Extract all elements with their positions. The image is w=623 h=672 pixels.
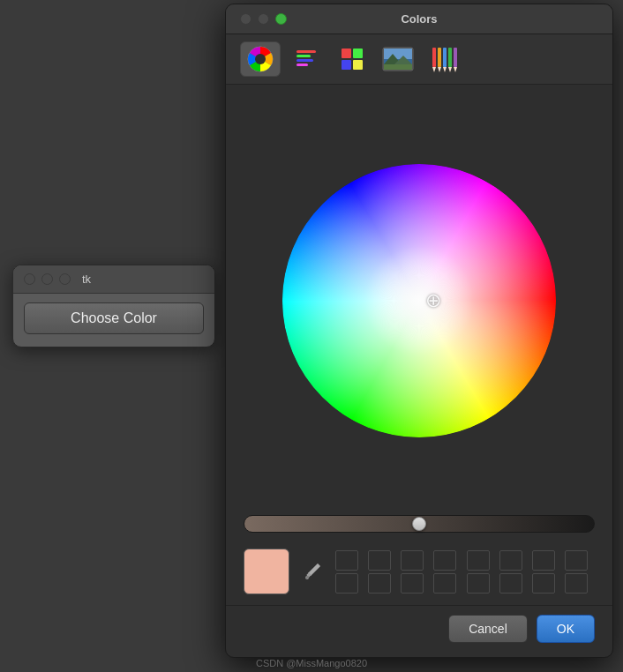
svg-marker-23	[448, 67, 452, 72]
svg-marker-17	[432, 67, 436, 72]
color-cell[interactable]	[401, 550, 424, 571]
color-cell[interactable]	[433, 573, 456, 594]
palette-icon	[339, 46, 365, 72]
svg-rect-15	[384, 64, 412, 70]
color-cell[interactable]	[532, 550, 555, 571]
svg-marker-19	[438, 67, 441, 72]
svg-rect-16	[432, 48, 436, 67]
colors-maximize-button[interactable]	[275, 13, 287, 25]
toolbar-palettes[interactable]	[332, 41, 372, 77]
color-cell[interactable]	[335, 550, 358, 571]
svg-rect-2	[296, 50, 316, 53]
svg-point-1	[255, 54, 266, 64]
color-wheel-icon	[246, 45, 274, 73]
close-button[interactable]	[24, 273, 35, 285]
maximize-button[interactable]	[59, 273, 71, 285]
tk-window: tk Choose Color	[12, 265, 215, 347]
svg-rect-4	[296, 59, 313, 62]
svg-rect-5	[296, 63, 308, 66]
watermark: CSDN @MissMango0820	[256, 658, 367, 668]
color-cell[interactable]	[335, 573, 358, 594]
cancel-button[interactable]: Cancel	[448, 615, 528, 643]
color-swatch[interactable]	[244, 549, 289, 594]
color-cell[interactable]	[368, 550, 391, 571]
svg-rect-7	[353, 49, 363, 58]
toolbar-sliders[interactable]	[286, 41, 327, 77]
tk-window-title: tk	[82, 273, 91, 286]
color-grid	[335, 550, 595, 594]
color-cell[interactable]	[532, 573, 555, 594]
pencils-icon	[429, 46, 459, 72]
colors-panel-title: Colors	[401, 12, 437, 26]
color-cell[interactable]	[433, 550, 456, 571]
color-wheel-container[interactable]: ⊕	[226, 85, 612, 508]
tk-titlebar: tk	[13, 265, 214, 294]
svg-rect-24	[454, 48, 457, 67]
slider-section	[226, 508, 612, 541]
color-cell[interactable]	[368, 573, 391, 594]
image-icon	[382, 47, 414, 71]
color-wheel[interactable]: ⊕	[278, 160, 560, 442]
toolbar-color-wheel[interactable]	[240, 41, 281, 77]
color-cell[interactable]	[467, 550, 490, 571]
svg-rect-22	[448, 48, 452, 67]
colors-titlebar: Colors	[226, 4, 612, 34]
svg-rect-3	[296, 55, 311, 57]
color-cell[interactable]	[499, 573, 522, 594]
minimize-button[interactable]	[41, 273, 53, 285]
color-cell[interactable]	[565, 573, 588, 594]
toolbar-image-palette[interactable]	[378, 41, 418, 77]
toolbar-pencils[interactable]	[424, 41, 464, 77]
svg-marker-21	[443, 67, 447, 72]
color-cell[interactable]	[401, 573, 424, 594]
ok-button[interactable]: OK	[537, 615, 595, 643]
sliders-icon	[293, 46, 319, 72]
svg-marker-25	[454, 67, 457, 72]
svg-rect-8	[342, 60, 351, 70]
colors-toolbar	[226, 34, 612, 85]
svg-rect-20	[443, 48, 447, 67]
slider-thumb	[412, 517, 426, 531]
svg-rect-6	[342, 49, 351, 58]
buttons-section: Cancel OK	[226, 605, 612, 657]
choose-color-button[interactable]: Choose Color	[24, 302, 204, 334]
eyedropper-icon	[303, 562, 322, 581]
colors-panel: Colors	[225, 4, 613, 658]
colors-minimize-button[interactable]	[258, 13, 269, 25]
svg-rect-9	[353, 60, 363, 70]
swatch-section	[226, 541, 612, 605]
svg-rect-12	[384, 49, 412, 59]
colors-close-button[interactable]	[240, 13, 251, 25]
tk-body: Choose Color	[13, 294, 214, 347]
svg-rect-18	[438, 48, 441, 67]
color-cell[interactable]	[565, 550, 588, 571]
color-cell[interactable]	[499, 550, 522, 571]
brightness-slider[interactable]	[244, 515, 595, 533]
eyedropper-button[interactable]	[298, 557, 327, 586]
color-cell[interactable]	[467, 573, 490, 594]
